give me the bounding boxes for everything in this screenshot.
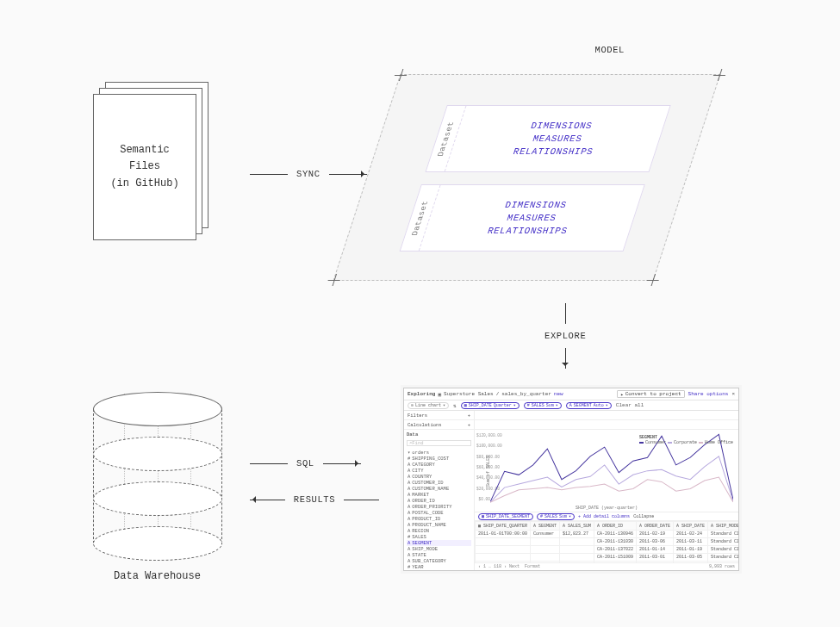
field-row[interactable]: #YEAR — [407, 564, 471, 570]
field-type-icon: A — [408, 558, 410, 564]
field-row[interactable]: AREGION — [407, 528, 471, 534]
sql-label: SQL — [296, 458, 314, 469]
field-row[interactable]: ACUSTOMER_NAME — [407, 486, 471, 492]
explore-label: EXPLORE — [544, 331, 586, 341]
field-type-icon: A — [408, 528, 410, 534]
field-row[interactable]: ASTATE — [407, 552, 471, 558]
filters-panel-label[interactable]: Filters — [408, 413, 427, 419]
x-axis-pill[interactable]: ▦ SHIP_DATE Quarter ▾ — [461, 402, 520, 409]
field-type-icon: ▾ — [408, 450, 410, 456]
warehouse-label: Data Warehouse — [86, 570, 228, 582]
field-row[interactable]: ACOUNTRY — [407, 474, 471, 480]
field-type-icon: A — [408, 498, 410, 504]
grid-col-2[interactable]: # SALES Sum ▾ — [537, 513, 575, 520]
explore-arrow: EXPLORE — [544, 303, 586, 369]
search-placeholder: Find — [412, 440, 423, 446]
field-row[interactable]: ACUSTOMER_ID — [407, 480, 471, 486]
field-row[interactable]: AMARKET — [407, 492, 471, 498]
plus-icon — [327, 274, 343, 286]
plus-icon[interactable]: + — [468, 422, 470, 428]
table-row[interactable]: CA-2011-1370222011-01-142011-01-19Standa… — [476, 546, 739, 554]
model-area: MODEL Dataset DIMENSIONS MEASURES RELATI… — [392, 36, 737, 295]
breadcrumb-project: Superstore Sales — [444, 391, 494, 397]
field-row[interactable]: ▾orders — [407, 450, 471, 456]
convert-to-project-button[interactable]: ▸ Convert to project — [617, 390, 684, 398]
format-link[interactable]: Format — [525, 564, 540, 569]
chart-legend: SEGMENT ConsumerCorporateHome Office — [639, 435, 733, 447]
field-row[interactable]: APRODUCT_ID — [407, 516, 471, 522]
plus-icon — [393, 69, 409, 81]
results-label: RESULTS — [294, 494, 335, 505]
swap-icon[interactable]: ⇅ — [453, 402, 457, 409]
close-icon[interactable]: × — [731, 391, 735, 397]
plus-icon — [712, 69, 728, 81]
next-page-link[interactable]: Next — [509, 564, 520, 569]
term-measures: MEASURES — [532, 133, 584, 144]
field-row[interactable]: AORDER_PRIORITY — [407, 504, 471, 510]
term-dimensions: DIMENSIONS — [529, 121, 594, 131]
field-type-icon: A — [408, 480, 410, 486]
field-type-icon: A — [408, 486, 410, 492]
share-options-link[interactable]: Share options — [688, 391, 729, 397]
color-by-pill[interactable]: A SEGMENT Auto ▾ — [566, 402, 612, 409]
field-type-icon: A — [408, 540, 410, 546]
field-type-icon: # — [408, 534, 410, 540]
pagination-label: ‹ 1 … 118 › — [478, 564, 507, 569]
field-type-icon: A — [408, 522, 410, 528]
term-dimensions: DIMENSIONS — [504, 200, 569, 210]
field-type-icon: # — [408, 564, 410, 570]
field-row[interactable]: ACATEGORY — [407, 462, 471, 468]
sidebar-headers-2: Calculations+ — [404, 420, 738, 430]
table-row[interactable]: CA-2011-1510092011-03-012011-03-05Standa… — [476, 554, 739, 562]
chart-type-select[interactable]: ≋ Line chart ▾ — [408, 402, 449, 409]
field-type-icon: A — [408, 468, 410, 474]
files-line1: Semantic — [115, 142, 175, 158]
calendar-icon: ▦ — [464, 402, 467, 408]
plus-icon[interactable]: + — [468, 413, 470, 419]
row-count: 9,993 rows — [709, 564, 735, 569]
explorer-topbar: Exploring ▣ Superstore Sales / sales_by_… — [404, 388, 738, 400]
field-row[interactable]: APRODUCT_NAME — [407, 522, 471, 528]
fields-search-input[interactable]: ⌕ Find — [407, 440, 471, 446]
add-columns-link[interactable]: + Add detail columns — [578, 514, 630, 519]
field-row[interactable]: AORDER_ID — [407, 498, 471, 504]
y-axis-pill[interactable]: # SALES Sum ▾ — [524, 402, 562, 409]
fields-list: ▾orders#SHIPPING_COSTACATEGORYACITYACOUN… — [407, 450, 471, 570]
field-row[interactable]: ASEGMENT — [407, 540, 471, 546]
table-header: A SHIP_MODE — [708, 522, 738, 531]
grid-col-1[interactable]: ▦ SHIP_DATE_SEGMENT — [478, 513, 533, 520]
breadcrumb-exploring: Exploring — [408, 391, 435, 397]
field-type-icon: A — [408, 546, 410, 552]
field-row[interactable]: #SHIPPING_COST — [407, 456, 471, 462]
convert-label: Convert to project — [625, 391, 681, 397]
table-row[interactable]: 2011-01-01T00:00:00Consumer$12,823.27CA-… — [476, 531, 739, 538]
field-type-icon: A — [408, 510, 410, 516]
field-type-icon: A — [408, 504, 410, 510]
grid-controls: ▦ SHIP_DATE_SEGMENT # SALES Sum ▾ + Add … — [475, 512, 738, 521]
fields-sidebar: Data ⌕ Find ▾orders#SHIPPING_COSTACATEGO… — [404, 430, 475, 570]
field-row[interactable]: ACITY — [407, 468, 471, 474]
data-panel-label: Data — [407, 431, 471, 438]
field-type-icon: A — [408, 516, 410, 522]
dataset-box-1: Dataset DIMENSIONS MEASURES RELATIONSHIP… — [425, 105, 670, 172]
field-row[interactable]: APOSTAL_CODE — [407, 510, 471, 516]
clear-all-link[interactable]: Clear all — [616, 402, 644, 408]
field-type-icon: A — [408, 474, 410, 480]
cylinder-icon — [93, 392, 222, 560]
calculations-panel-label[interactable]: Calculations — [408, 422, 442, 428]
field-type-icon: # — [408, 456, 410, 462]
field-row[interactable]: ASHIP_MODE — [407, 546, 471, 552]
explorer-footer: ‹ 1 … 118 › Next Format 9,993 rows — [475, 562, 738, 570]
breadcrumb-dataset: sales_by_quarter — [501, 391, 551, 397]
model-plane: Dataset DIMENSIONS MEASURES RELATIONSHIP… — [317, 62, 737, 293]
table-header: A SEGMENT — [531, 522, 560, 531]
field-row[interactable]: ASUB_CATEGORY — [407, 558, 471, 564]
field-type-icon: A — [408, 492, 410, 498]
field-row[interactable]: #SALES — [407, 534, 471, 540]
table-row[interactable]: CA-2011-1310302011-03-062011-03-11Standa… — [476, 538, 739, 546]
collapse-link[interactable]: Collapse — [633, 514, 654, 519]
breadcrumb: Exploring ▣ Superstore Sales / sales_by_… — [408, 391, 563, 398]
data-warehouse: Data Warehouse — [86, 392, 228, 582]
sql-arrow: SQL — [250, 458, 379, 469]
model-label: MODEL — [594, 45, 625, 55]
